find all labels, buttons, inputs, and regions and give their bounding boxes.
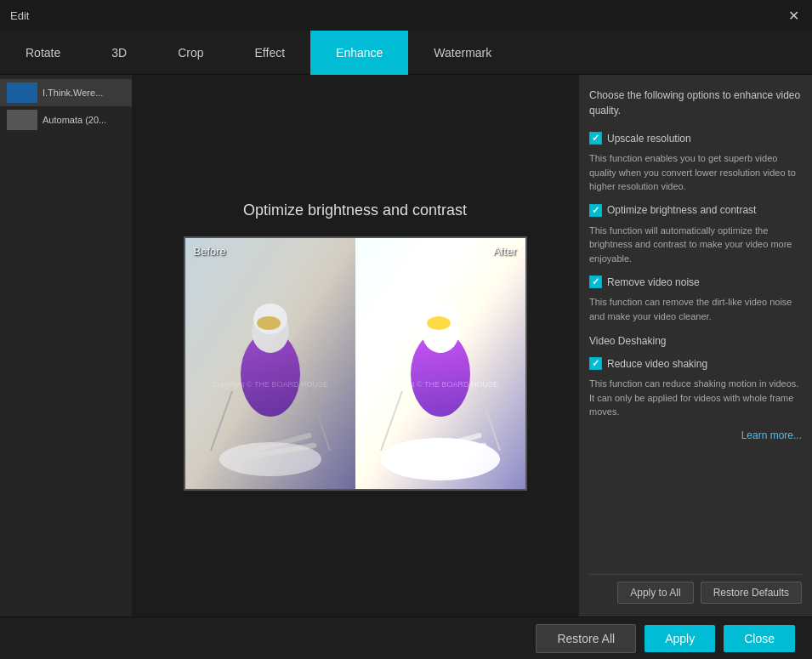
window-title: Edit (10, 9, 29, 22)
section-deshaking: Video Deshaking (589, 335, 802, 347)
restore-all-button[interactable]: Restore All (536, 624, 636, 653)
watermark-after: Copyright © THE BOARD HOUSE (382, 380, 498, 389)
desc-brightness: This function will automatically optimiz… (589, 224, 802, 266)
file-name-2: Automata (20... (43, 115, 106, 125)
option-upscale-row: Upscale resolution (589, 132, 802, 145)
option-noise-row: Remove video noise (589, 276, 802, 288)
right-panel: Choose the following options to enhance … (578, 75, 812, 616)
center-area: Optimize brightness and contrast (132, 75, 578, 616)
preview-before: Before Copyright © THE BOARD HOUSE (185, 238, 355, 489)
tab-3d[interactable]: 3D (86, 31, 152, 75)
svg-point-4 (257, 316, 281, 330)
restore-defaults-button[interactable]: Restore Defaults (701, 582, 802, 604)
file-thumb-1 (7, 82, 37, 103)
label-shaking: Reduce video shaking (607, 358, 707, 370)
spacer (589, 448, 802, 561)
title-bar: Edit ✕ (0, 0, 812, 31)
file-item-2[interactable]: Automata (20... (0, 106, 132, 134)
desc-noise: This function can remove the dirt-like v… (589, 295, 802, 323)
label-noise: Remove video noise (607, 276, 700, 288)
bottom-bar: Restore All Apply Close (0, 616, 812, 659)
tab-rotate[interactable]: Rotate (0, 31, 86, 75)
tab-effect[interactable]: Effect (230, 31, 311, 75)
close-button[interactable]: Close (724, 625, 795, 652)
desc-upscale: This function enables you to get superb … (589, 151, 802, 194)
file-list: I.Think.Were... Automata (20... (0, 75, 132, 616)
checkbox-brightness[interactable] (589, 204, 602, 217)
option-shaking-row: Reduce video shaking (589, 357, 802, 370)
tab-crop[interactable]: Crop (152, 31, 229, 75)
checkbox-shaking[interactable] (589, 357, 602, 370)
preview-images: Before Copyright © THE BOARD HOUSE (184, 236, 527, 491)
before-label: Before (194, 245, 226, 258)
option-brightness-row: Optimize brightness and contrast (589, 204, 802, 217)
file-item-1[interactable]: I.Think.Were... (0, 79, 132, 106)
tab-watermark[interactable]: Watermark (408, 31, 517, 75)
preview-title: Optimize brightness and contrast (243, 202, 467, 219)
svg-point-19 (381, 438, 500, 480)
learn-more-link[interactable]: Learn more... (589, 429, 802, 441)
tab-bar: Rotate 3D Crop Effect Enhance Watermark (0, 31, 812, 75)
preview-after: After Copyright © THE BOARD HOUSE (355, 238, 525, 489)
svg-point-9 (219, 442, 321, 476)
svg-point-14 (427, 316, 451, 330)
label-brightness: Optimize brightness and contrast (607, 204, 756, 216)
file-name-1: I.Think.Were... (43, 88, 103, 98)
after-label: After (493, 245, 516, 258)
checkbox-noise[interactable] (589, 276, 602, 288)
file-thumb-2 (7, 110, 37, 130)
label-upscale: Upscale resolution (607, 133, 691, 145)
apply-button[interactable]: Apply (644, 625, 715, 652)
checkbox-upscale[interactable] (589, 132, 602, 145)
close-window-button[interactable]: ✕ (785, 7, 802, 24)
apply-to-all-button[interactable]: Apply to All (617, 582, 693, 604)
desc-shaking: This function can reduce shaking motion … (589, 377, 802, 419)
main-area: I.Think.Were... Automata (20... Optimize… (0, 75, 812, 616)
intro-text: Choose the following options to enhance … (589, 88, 802, 118)
main-window: Edit ✕ Rotate 3D Crop Effect Enhance Wat… (0, 0, 812, 659)
tab-enhance[interactable]: Enhance (310, 31, 408, 75)
watermark-before: Copyright © THE BOARD HOUSE (212, 380, 328, 389)
right-bottom-buttons: Apply to All Restore Defaults (589, 574, 802, 604)
